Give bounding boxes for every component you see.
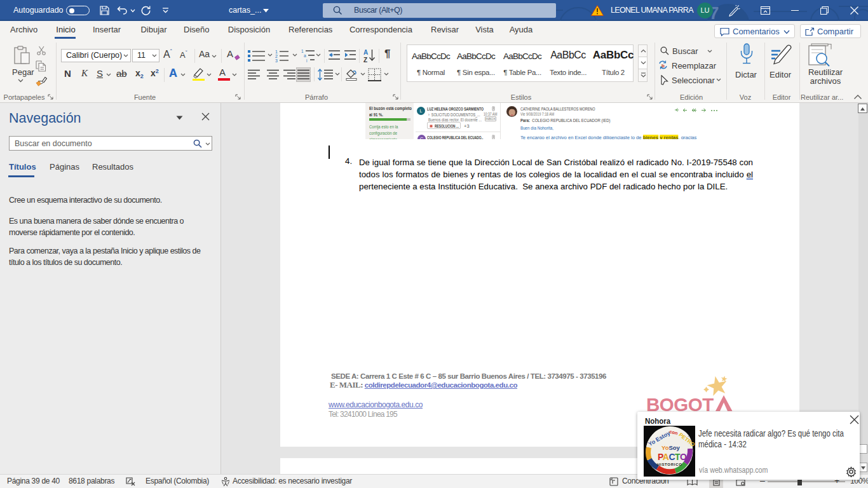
svg-text:A: A [363,49,368,56]
svg-text:HISTORICO: HISTORICO [657,463,682,466]
svg-text:Z: Z [363,57,367,63]
svg-text:1: 1 [275,50,278,54]
svg-text:3: 3 [275,58,278,62]
svg-text:PACTO: PACTO [658,452,687,462]
svg-text:YoSoy: YoSoy [661,444,681,451]
svg-text:2: 2 [275,54,278,58]
svg-text:i: i [306,58,307,62]
svg-text:1: 1 [301,49,304,53]
svg-text:b: b [661,63,665,69]
svg-text:a: a [304,53,306,58]
